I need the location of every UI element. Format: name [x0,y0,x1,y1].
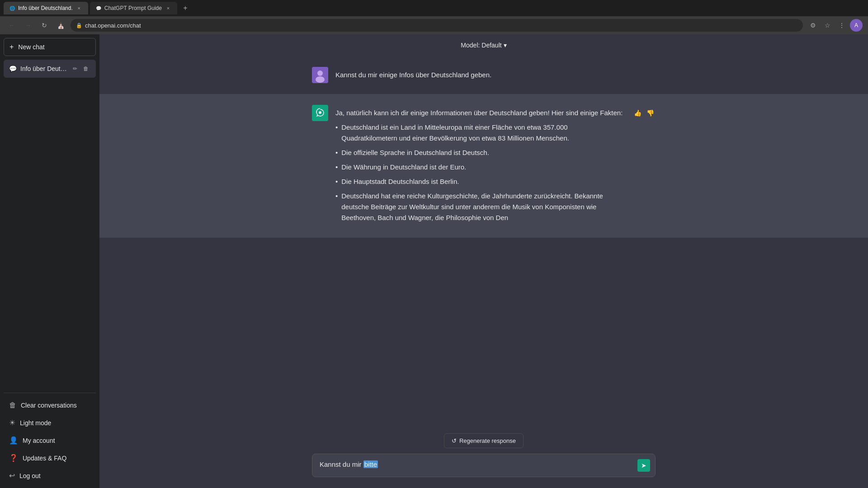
main-content: Model: Default ▾ [99,34,868,488]
user-avatar [312,67,328,83]
logout-label: Log out [19,472,41,479]
bullet-item-0: Deutschland ist ein Land in Mitteleuropa… [335,122,625,144]
chat-item-title: Info über Deutschland. [20,65,67,72]
bullet-item-3: Die Hauptstadt Deutschlands ist Berlin. [335,176,625,187]
send-icon: ➤ [641,462,646,469]
new-chat-label: New chat [18,43,44,51]
profile-button[interactable]: A [850,19,863,32]
sun-icon: ☀ [9,418,15,427]
refresh-icon: ↺ [452,437,457,444]
logout-icon: ↩ [9,471,15,480]
chat-input-display[interactable]: Kannst du mir bitte [312,454,656,477]
assistant-message: Ja, natürlich kann ich dir einige Inform… [99,94,868,238]
bullet-item-1: Die offizielle Sprache in Deutschland is… [335,147,625,158]
input-area: ↺ Regenerate response Kannst du mir bitt… [99,426,868,488]
model-label: Model: Default [461,42,501,49]
url-text: chat.openai.com/chat [85,22,141,29]
my-account-button[interactable]: 👤 My account [4,432,96,449]
sidebar-bottom: 🗑 Clear conversations ☀ Light mode 👤 My … [4,393,96,484]
app-layout: + New chat 💬 Info über Deutschland. ✏ 🗑 … [0,34,868,488]
light-mode-button[interactable]: ☀ Light mode [4,414,96,432]
bullet-item-2: Die Währung in Deutschland ist der Euro. [335,162,625,173]
send-button[interactable]: ➤ [637,459,650,472]
tab-close-1[interactable]: × [75,5,83,12]
tab-favicon-2: 💬 [95,5,102,11]
new-tab-button[interactable]: + [179,2,192,14]
sidebar-item-conv1[interactable]: 💬 Info über Deutschland. ✏ 🗑 [4,60,96,78]
chevron-down-icon: ▾ [504,42,507,49]
tab-close-2[interactable]: × [165,5,172,12]
home-button[interactable]: ⛪ [54,19,67,32]
nav-extras: ⚙ ☆ ⋮ A [807,19,863,32]
updates-faq-button[interactable]: ❓ Updates & FAQ [4,449,96,467]
model-header: Model: Default ▾ [99,34,868,56]
svg-point-2 [316,76,325,83]
sidebar: + New chat 💬 Info über Deutschland. ✏ 🗑 … [0,34,99,488]
assistant-intro: Ja, natürlich kann ich dir einige Inform… [335,108,625,118]
input-wrapper: Kannst du mir bitte ➤ [312,454,656,477]
lock-icon: 🔒 [76,23,82,28]
new-chat-button[interactable]: + New chat [4,38,96,56]
clear-conversations-button[interactable]: 🗑 Clear conversations [4,397,96,414]
updates-faq-label: Updates & FAQ [23,455,66,462]
message-actions: 👍 👎 [632,105,656,118]
trash-icon: 🗑 [9,401,16,409]
assistant-message-content: Ja, natürlich kann ich dir einige Inform… [335,105,625,227]
edit-chat-button[interactable]: ✏ [71,64,80,73]
question-icon: ❓ [9,454,18,462]
person-icon: 👤 [9,436,18,445]
plus-icon: + [9,43,14,51]
tab-title-2: ChatGPT Prompt Guide [104,5,162,11]
nav-bar: ← → ↻ ⛪ 🔒 chat.openai.com/chat ⚙ ☆ ⋮ A [0,16,868,34]
back-button[interactable]: ← [5,19,18,32]
chat-item-actions: ✏ 🗑 [71,64,90,73]
bookmark-button[interactable]: ☆ [821,19,834,32]
thumbs-down-button[interactable]: 👎 [645,108,656,118]
input-before-highlight: Kannst du mir [320,460,363,468]
more-button[interactable]: ⋮ [835,19,848,32]
reload-button[interactable]: ↻ [38,19,51,32]
assistant-bullet-list: Deutschland ist ein Land in Mitteleuropa… [335,122,625,223]
user-message-inner: Kannst du mir einige Infos über Deutschl… [312,67,656,83]
user-message-text: Kannst du mir einige Infos über Deutschl… [335,71,491,79]
sidebar-top: + New chat 💬 Info über Deutschland. ✏ 🗑 [4,38,96,393]
bullet-item-4: Deutschland hat eine reiche Kulturgeschi… [335,191,625,223]
browser-chrome: 🌐 Info über Deutschland. × 💬 ChatGPT Pro… [0,0,868,34]
my-account-label: My account [23,437,55,444]
regenerate-button[interactable]: ↺ Regenerate response [444,433,524,448]
user-message-content: Kannst du mir einige Infos über Deutschl… [335,67,656,80]
extensions-button[interactable]: ⚙ [807,19,819,32]
gpt-avatar [312,105,328,121]
address-bar[interactable]: 🔒 chat.openai.com/chat [71,19,803,32]
svg-point-1 [317,70,323,76]
light-mode-label: Light mode [20,419,51,427]
model-dropdown[interactable]: Model: Default ▾ [461,42,506,49]
highlighted-word: bitte [363,460,378,468]
tab-bar: 🌐 Info über Deutschland. × 💬 ChatGPT Pro… [0,0,868,16]
messages-container[interactable]: Kannst du mir einige Infos über Deutschl… [99,56,868,426]
delete-chat-button[interactable]: 🗑 [81,64,90,73]
forward-button[interactable]: → [22,19,34,32]
thumbs-up-button[interactable]: 👍 [632,108,643,118]
tab-title-1: Info über Deutschland. [18,5,73,11]
tab-chatgpt-guide[interactable]: 💬 ChatGPT Prompt Guide × [90,2,177,14]
clear-conversations-label: Clear conversations [21,402,77,409]
user-message: Kannst du mir einige Infos über Deutschl… [99,56,868,94]
chat-bubble-icon: 💬 [9,65,17,72]
regenerate-label: Regenerate response [459,437,516,444]
logout-button[interactable]: ↩ Log out [4,467,96,484]
tab-info-deutschland[interactable]: 🌐 Info über Deutschland. × [4,2,88,14]
svg-point-4 [319,111,321,114]
tab-favicon-1: 🌐 [9,5,15,11]
assistant-message-inner: Ja, natürlich kann ich dir einige Inform… [312,105,656,227]
